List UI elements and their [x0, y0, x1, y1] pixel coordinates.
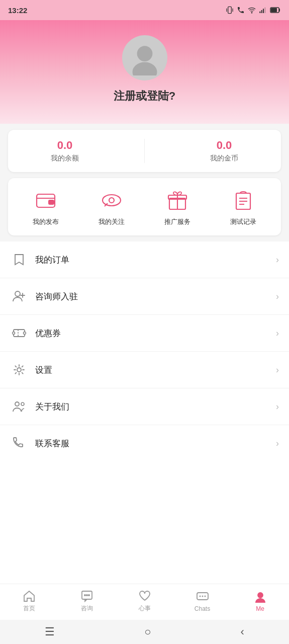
- svg-point-24: [15, 291, 20, 296]
- action-test-label: 测试记录: [230, 217, 256, 226]
- wifi-icon: [248, 6, 256, 14]
- status-bar: 13:22: [0, 0, 289, 20]
- team-icon: [10, 397, 28, 416]
- phone-signal-icon: [237, 6, 245, 14]
- me-icon: [253, 590, 267, 604]
- quick-actions-card: 我的发布 我的关注 推广服务 测试记录: [8, 178, 281, 235]
- balance-amount: 0.0 我的余额: [51, 139, 79, 163]
- battery-icon: [270, 7, 281, 14]
- nav-heart[interactable]: 心事: [130, 589, 160, 613]
- gear-icon: [10, 361, 28, 379]
- svg-rect-4: [259, 12, 260, 13]
- eye-icon: [99, 187, 125, 213]
- nav-chats[interactable]: Chats: [187, 590, 218, 612]
- svg-point-10: [137, 46, 152, 61]
- phone-icon: [10, 434, 28, 452]
- svg-point-35: [84, 594, 86, 596]
- svg-point-43: [258, 593, 263, 598]
- menu-text-orders: 我的订单: [35, 254, 276, 266]
- bookmark-icon: [10, 251, 28, 269]
- menu-item-contact[interactable]: 联系客服 ›: [0, 425, 289, 461]
- svg-rect-7: [264, 8, 265, 13]
- menu-item-orders[interactable]: 我的订单 ›: [0, 242, 289, 278]
- status-time: 13:22: [8, 6, 27, 15]
- action-follow[interactable]: 我的关注: [99, 187, 125, 226]
- svg-rect-0: [228, 7, 232, 13]
- menu-item-consultant[interactable]: 咨询师入驻 ›: [0, 278, 289, 315]
- chats-icon: [196, 590, 210, 604]
- menu-text-settings: 设置: [35, 364, 276, 376]
- action-promote[interactable]: 推广服务: [164, 187, 190, 226]
- svg-rect-13: [49, 200, 54, 204]
- menu-item-about[interactable]: 关于我们 ›: [0, 388, 289, 425]
- profile-header: 注册或登陆?: [0, 20, 289, 124]
- coins-label: 我的金币: [210, 154, 238, 163]
- heart-icon: [138, 589, 152, 603]
- back-button[interactable]: ‹: [231, 621, 254, 642]
- menu-list: 我的订单 › 咨询师入驻 › 优惠券 › 设置 › 关于我们 ›: [0, 242, 289, 584]
- action-publish-label: 我的发布: [33, 217, 59, 226]
- menu-item-coupons[interactable]: 优惠券 ›: [0, 315, 289, 352]
- menu-item-settings[interactable]: 设置 ›: [0, 352, 289, 388]
- chevron-right-icon-2: ›: [276, 291, 279, 302]
- chevron-right-icon: ›: [276, 255, 279, 265]
- chevron-right-icon-3: ›: [276, 328, 279, 339]
- svg-point-14: [103, 195, 121, 206]
- svg-point-31: [17, 368, 21, 372]
- svg-point-36: [86, 594, 88, 596]
- chevron-right-icon-5: ›: [276, 401, 279, 412]
- home-button[interactable]: ○: [134, 621, 161, 642]
- system-nav: ☰ ○ ‹: [0, 620, 289, 644]
- menu-text-about: 关于我们: [35, 401, 276, 413]
- wallet-icon: [33, 187, 59, 213]
- action-publish[interactable]: 我的发布: [33, 187, 59, 226]
- menu-text-contact: 联系客服: [35, 438, 276, 449]
- svg-point-33: [21, 403, 24, 406]
- nav-home[interactable]: 首页: [14, 589, 44, 613]
- avatar-icon: [127, 40, 162, 75]
- svg-point-3: [251, 13, 252, 13]
- status-icons: [226, 6, 281, 14]
- nav-home-label: 首页: [23, 604, 35, 613]
- svg-point-11: [132, 62, 157, 75]
- nav-me[interactable]: Me: [245, 590, 275, 612]
- svg-point-41: [204, 595, 206, 597]
- svg-point-37: [88, 594, 90, 596]
- svg-rect-27: [14, 330, 25, 337]
- clipboard-icon: [230, 187, 256, 213]
- bottom-nav: 首页 咨询 心事 Chats Me: [0, 584, 289, 620]
- svg-point-32: [15, 402, 19, 406]
- svg-point-40: [202, 595, 203, 597]
- nav-consult-label: 咨询: [81, 604, 93, 613]
- add-user-icon: [10, 287, 28, 305]
- profile-title[interactable]: 注册或登陆?: [114, 89, 175, 104]
- svg-rect-5: [261, 10, 262, 13]
- action-test[interactable]: 测试记录: [230, 187, 256, 226]
- menu-button[interactable]: ☰: [35, 621, 65, 642]
- home-icon: [22, 589, 36, 603]
- action-promote-label: 推广服务: [164, 217, 190, 226]
- svg-rect-6: [263, 9, 264, 13]
- nav-consult[interactable]: 咨询: [72, 589, 102, 613]
- avatar[interactable]: [122, 35, 167, 80]
- nav-chats-label: Chats: [195, 605, 210, 612]
- consult-icon: [80, 589, 94, 603]
- action-follow-label: 我的关注: [99, 217, 125, 226]
- balance-value: 0.0: [57, 139, 73, 152]
- chevron-right-icon-4: ›: [276, 365, 279, 375]
- coins-value: 0.0: [217, 139, 232, 152]
- svg-point-28: [13, 332, 15, 335]
- coupon-icon: [10, 324, 28, 342]
- nav-me-label: Me: [256, 605, 264, 612]
- nav-heart-label: 心事: [139, 604, 151, 613]
- signal-icon: [259, 6, 267, 14]
- balance-card: 0.0 我的余额 0.0 我的金币: [8, 130, 281, 172]
- menu-text-consultant: 咨询师入驻: [35, 291, 276, 302]
- svg-point-29: [24, 332, 26, 335]
- balance-divider: [144, 139, 145, 163]
- chevron-right-icon-6: ›: [276, 438, 279, 449]
- vibrate-icon: [226, 6, 234, 14]
- menu-text-coupons: 优惠券: [35, 328, 276, 339]
- balance-label: 我的余额: [51, 154, 79, 163]
- gift-icon: [164, 187, 190, 213]
